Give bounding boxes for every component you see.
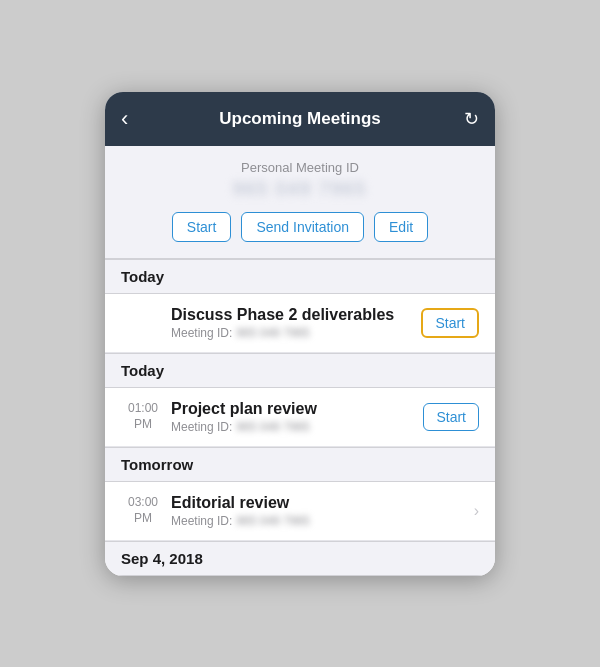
page-title: Upcoming Meetings bbox=[219, 109, 381, 129]
meeting-title-3: Editorial review bbox=[171, 494, 466, 512]
meeting-id-value-3: 965 049 7965 bbox=[236, 514, 309, 528]
personal-meeting-section: Personal Meeting ID 965 049 7965 Start S… bbox=[105, 146, 495, 259]
refresh-button[interactable]: ↻ bbox=[451, 108, 479, 130]
section-header-today-2: Today bbox=[105, 353, 495, 388]
meeting-id-row-1: Meeting ID: 965 049 7965 bbox=[171, 326, 411, 340]
meeting-id-label-3: Meeting ID: bbox=[171, 514, 232, 528]
meeting-id-value-1: 965 049 7965 bbox=[236, 326, 309, 340]
meeting-action-1: Start bbox=[421, 308, 479, 338]
meeting-time-2: 01:00 PM bbox=[121, 401, 165, 432]
start-personal-button[interactable]: Start bbox=[172, 212, 232, 242]
personal-actions-row: Start Send Invitation Edit bbox=[121, 212, 479, 242]
section-header-today-1: Today bbox=[105, 259, 495, 294]
start-meeting-2-button[interactable]: Start bbox=[423, 403, 479, 431]
personal-meeting-id: 965 049 7965 bbox=[121, 179, 479, 200]
edit-personal-button[interactable]: Edit bbox=[374, 212, 428, 242]
meeting-info-3: Editorial review Meeting ID: 965 049 796… bbox=[165, 494, 466, 528]
meeting-info-1: Discuss Phase 2 deliverables Meeting ID:… bbox=[165, 306, 411, 340]
chevron-right-icon: › bbox=[474, 502, 479, 520]
meeting-title-1: Discuss Phase 2 deliverables bbox=[171, 306, 411, 324]
device-frame: ‹ Upcoming Meetings ↻ Personal Meeting I… bbox=[105, 92, 495, 576]
send-invitation-button[interactable]: Send Invitation bbox=[241, 212, 364, 242]
meeting-id-label-1: Meeting ID: bbox=[171, 326, 232, 340]
meeting-title-2: Project plan review bbox=[171, 400, 413, 418]
meeting-id-value-2: 965 049 7965 bbox=[236, 420, 309, 434]
meeting-id-label-2: Meeting ID: bbox=[171, 420, 232, 434]
start-meeting-1-button[interactable]: Start bbox=[421, 308, 479, 338]
meeting-item-1: Discuss Phase 2 deliverables Meeting ID:… bbox=[105, 294, 495, 353]
meeting-item-3[interactable]: 03:00 PM Editorial review Meeting ID: 96… bbox=[105, 482, 495, 541]
meeting-id-row-3: Meeting ID: 965 049 7965 bbox=[171, 514, 466, 528]
section-header-sep4: Sep 4, 2018 bbox=[105, 541, 495, 576]
header: ‹ Upcoming Meetings ↻ bbox=[105, 92, 495, 146]
back-button[interactable]: ‹ bbox=[121, 106, 149, 132]
meeting-time-3: 03:00 PM bbox=[121, 495, 165, 526]
meeting-id-row-2: Meeting ID: 965 049 7965 bbox=[171, 420, 413, 434]
personal-meeting-label: Personal Meeting ID bbox=[121, 160, 479, 175]
meeting-info-2: Project plan review Meeting ID: 965 049 … bbox=[165, 400, 413, 434]
meeting-action-2: Start bbox=[423, 403, 479, 431]
meeting-item-2: 01:00 PM Project plan review Meeting ID:… bbox=[105, 388, 495, 447]
section-header-tomorrow: Tomorrow bbox=[105, 447, 495, 482]
